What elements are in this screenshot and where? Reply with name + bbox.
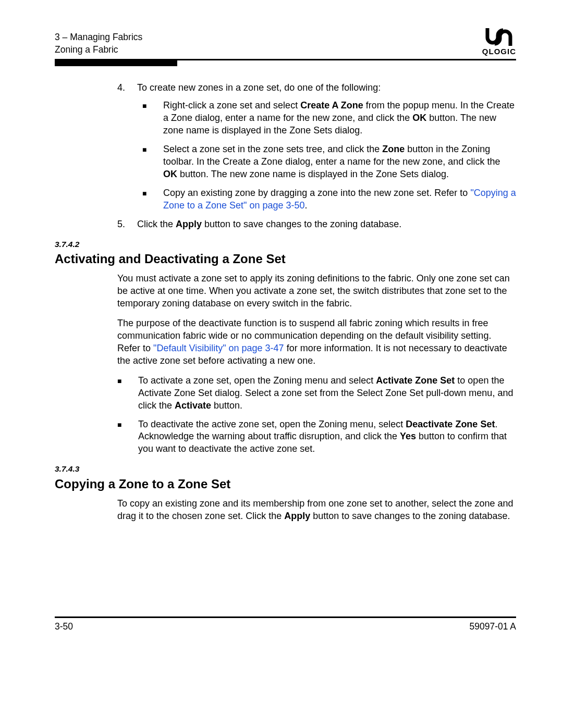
- bullet-item: ■ Right-click a zone set and select Crea…: [137, 100, 516, 137]
- bullet-text: To activate a zone set, open the Zoning …: [138, 375, 516, 412]
- square-bullet-icon: ■: [117, 418, 138, 456]
- section-title: Activating and Deactivating a Zone Set: [55, 251, 516, 267]
- square-bullet-icon: ■: [142, 143, 163, 181]
- doc-number: 59097-01 A: [469, 621, 516, 632]
- paragraph: To copy an existing zone and its members…: [117, 498, 516, 523]
- item-number: 5.: [117, 218, 137, 231]
- bullet-item: ■ To deactivate the active zone set, ope…: [117, 418, 516, 456]
- bullet-item: ■ Select a zone set in the zone sets tre…: [137, 143, 516, 181]
- bullet-text: Right-click a zone set and select Create…: [163, 100, 516, 137]
- page-footer: 3-50 59097-01 A: [55, 621, 516, 632]
- bullet-text: To deactivate the active zone set, open …: [138, 418, 516, 456]
- ordered-item-4: 4. To create new zones in a zone set, do…: [117, 82, 516, 94]
- header-line-1: 3 – Managing Fabrics: [55, 32, 142, 42]
- item-text: Click the Apply button to save changes t…: [137, 218, 401, 231]
- bullet-text: Copy an existing zone by dragging a zone…: [163, 187, 516, 212]
- footer-rule: [55, 616, 516, 618]
- square-bullet-icon: ■: [142, 100, 163, 137]
- ordered-item-5: 5. Click the Apply button to save change…: [117, 218, 516, 231]
- logo-text: QLOGIC: [482, 47, 516, 56]
- section-number: 3.7.4.3: [55, 464, 516, 475]
- square-bullet-icon: ■: [117, 375, 138, 412]
- item-text: To create new zones in a zone set, do on…: [137, 82, 381, 94]
- item-number: 4.: [117, 82, 137, 94]
- qlogic-logo: QLOGIC: [482, 28, 516, 56]
- square-bullet-icon: ■: [142, 187, 163, 212]
- cross-ref-link[interactable]: "Default Visibility" on page 3-47: [153, 343, 284, 353]
- bullet-item: ■ To activate a zone set, open the Zonin…: [117, 375, 516, 412]
- header-breadcrumb: 3 – Managing Fabrics Zoning a Fabric: [55, 31, 142, 56]
- bullet-item: ■ Copy an existing zone by dragging a zo…: [137, 187, 516, 212]
- section-title: Copying a Zone to a Zone Set: [55, 476, 516, 492]
- section-number: 3.7.4.2: [55, 239, 516, 250]
- page-header: 3 – Managing Fabrics Zoning a Fabric QLO…: [55, 31, 516, 56]
- paragraph: The purpose of the deactivate function i…: [117, 317, 516, 367]
- paragraph: You must activate a zone set to apply it…: [117, 273, 516, 310]
- page-number: 3-50: [55, 621, 73, 632]
- header-accent-bar: [55, 60, 177, 66]
- bullet-text: Select a zone set in the zone sets tree,…: [163, 143, 516, 181]
- header-line-2: Zoning a Fabric: [55, 44, 118, 55]
- qlogic-logo-icon: [483, 28, 515, 46]
